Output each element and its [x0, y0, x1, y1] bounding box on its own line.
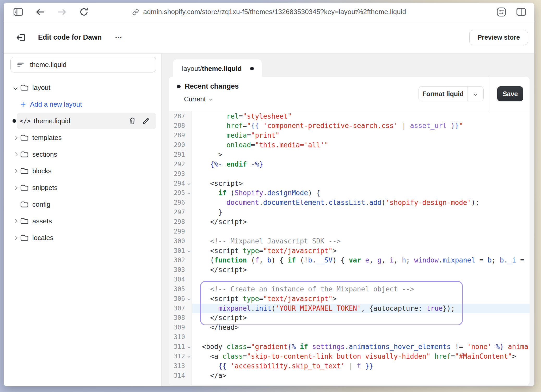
- code-line-291[interactable]: 291 >: [169, 150, 530, 160]
- line-number: 314: [169, 371, 185, 381]
- format-liquid-button[interactable]: Format liquid: [419, 86, 484, 101]
- file-filter-input[interactable]: theme.liquid: [10, 57, 156, 72]
- fold-chevron-icon[interactable]: [186, 342, 192, 352]
- code-line-306[interactable]: 306 <script type="text/javascript">: [169, 294, 530, 304]
- chevron-right-icon[interactable]: [13, 186, 17, 190]
- code-line-295[interactable]: 295 if (Shopify.designMode) {: [169, 188, 530, 198]
- sidebar-item-assets[interactable]: assets: [4, 213, 161, 229]
- header-divider: [489, 77, 489, 111]
- sidebar-item-blocks[interactable]: blocks: [4, 163, 161, 179]
- sidebar-item-theme-liquid[interactable]: </>theme.liquid: [4, 113, 161, 129]
- folder-label: blocks: [32, 167, 52, 175]
- code-line-309[interactable]: 309 </head>: [169, 323, 530, 332]
- fold-chevron-icon[interactable]: [186, 188, 192, 198]
- folder-label: assets: [32, 217, 52, 225]
- version-selector[interactable]: Current: [184, 95, 212, 103]
- code-line-313[interactable]: 313 {{ 'accessibility.skip_to_text' | t …: [169, 361, 530, 371]
- code-line-305[interactable]: 305 <!-- Create an instance of the Mixpa…: [169, 284, 530, 294]
- code-line-310[interactable]: 310: [169, 332, 530, 342]
- sidebar-item-templates[interactable]: templates: [4, 129, 161, 146]
- chevron-right-icon[interactable]: [13, 136, 17, 140]
- chevron-down-icon: [474, 92, 477, 96]
- code-line-289[interactable]: 289 media="print": [169, 131, 530, 140]
- sidebar-item-snippets[interactable]: snippets: [4, 179, 161, 196]
- line-number: 309: [169, 323, 185, 332]
- fold-chevron-icon[interactable]: [186, 246, 192, 256]
- line-number: 308: [169, 313, 185, 323]
- recent-changes-dot: [177, 85, 181, 88]
- editor-card: Recent changes Current Format liquid Sav…: [169, 77, 530, 385]
- selected-file-row[interactable]: </>theme.liquid: [17, 113, 156, 129]
- line-number: 298: [169, 217, 185, 227]
- code-line-297[interactable]: 297 }: [169, 207, 530, 217]
- code-text: <script type="text/javascript">: [192, 294, 530, 304]
- page-settings-icon[interactable]: [496, 7, 507, 17]
- code-line-292[interactable]: 292 {%- endif -%}: [169, 160, 530, 169]
- sidebar-item-sections[interactable]: sections: [4, 146, 161, 163]
- editor-main: layout/theme.liquid Recent changes Curre…: [162, 54, 534, 386]
- fold-chevron-icon[interactable]: [186, 294, 192, 304]
- line-number: 290: [169, 140, 185, 150]
- line-number: 292: [169, 160, 185, 169]
- file-filter-value: theme.liquid: [30, 61, 66, 69]
- split-view-icon[interactable]: [516, 7, 526, 17]
- line-number: 310: [169, 332, 185, 342]
- forward-icon[interactable]: [57, 7, 67, 17]
- code-line-299[interactable]: 299: [169, 227, 530, 236]
- sidebar-item-add-new-layout[interactable]: +Add a new layout: [4, 96, 161, 113]
- code-line-307[interactable]: 307 mixpanel.init('YOUR_MIXPANEL_TOKEN',…: [169, 304, 530, 313]
- code-line-314[interactable]: 314 </a>: [169, 371, 530, 381]
- address-bar[interactable]: admin.shopify.com/store/rzq1xu-f5/themes…: [132, 3, 406, 21]
- overflow-menu-icon[interactable]: •••: [114, 33, 124, 42]
- file-label: theme.liquid: [34, 117, 70, 125]
- sidebar-item-config[interactable]: config: [4, 196, 161, 213]
- code-line-303[interactable]: 303 </script>: [169, 265, 530, 275]
- code-text: document.documentElement.classList.add('…: [192, 198, 530, 207]
- browser-toolbar: admin.shopify.com/store/rzq1xu-f5/themes…: [4, 3, 534, 21]
- code-line-290[interactable]: 290 onload="this.media='all'": [169, 140, 530, 150]
- rename-file-icon[interactable]: [141, 116, 151, 126]
- code-line-296[interactable]: 296 document.documentElement.classList.a…: [169, 198, 530, 207]
- code-text: {{ 'accessibility.skip_to_text' | t }}: [192, 361, 530, 371]
- reload-icon[interactable]: [79, 7, 89, 17]
- sidebar-toggle-icon[interactable]: [13, 7, 23, 17]
- format-liquid-caret[interactable]: [467, 87, 483, 101]
- code-line-300[interactable]: 300 <!-- Mixpanel Javascript SDK -->: [169, 236, 530, 246]
- chevron-right-icon[interactable]: [13, 219, 17, 223]
- folder-icon: [20, 234, 29, 241]
- code-line-294[interactable]: 294 <script>: [169, 179, 530, 188]
- code-line-311[interactable]: 311<body class="gradient{% if settings.a…: [169, 342, 530, 352]
- code-line-312[interactable]: 312 <a class="skip-to-content-link butto…: [169, 352, 530, 361]
- chevron-right-icon[interactable]: [13, 169, 17, 173]
- fold-chevron-icon[interactable]: [186, 352, 192, 361]
- filter-icon: [16, 61, 25, 68]
- sidebar-item-layout[interactable]: layout: [4, 79, 161, 96]
- code-editor[interactable]: 286 <link287 rel="stylesheet"288 href="{…: [169, 111, 530, 385]
- sidebar-item-locales[interactable]: locales: [4, 229, 161, 246]
- code-line-293[interactable]: 293: [169, 169, 530, 179]
- line-number: 291: [169, 150, 185, 160]
- code-line-288[interactable]: 288 href="{{ 'component-predictive-searc…: [169, 121, 530, 131]
- fold-chevron-icon[interactable]: [186, 179, 192, 188]
- delete-file-icon[interactable]: [127, 116, 137, 126]
- format-liquid-label: Format liquid: [419, 90, 467, 98]
- code-line-301[interactable]: 301 <script type="text/javascript">: [169, 246, 530, 256]
- back-icon[interactable]: [35, 7, 45, 17]
- code-line-304[interactable]: 304: [169, 275, 530, 284]
- code-line-302[interactable]: 302 (function (f, b) { if (!b.__SV) { va…: [169, 255, 530, 265]
- chevron-right-icon[interactable]: [13, 152, 17, 156]
- chevron-down-icon[interactable]: [13, 85, 17, 90]
- line-number: 311: [169, 342, 185, 352]
- code-text: </script>: [192, 313, 530, 323]
- code-line-308[interactable]: 308 </script>: [169, 313, 530, 323]
- browser-window: admin.shopify.com/store/rzq1xu-f5/themes…: [4, 3, 534, 386]
- tab-theme-liquid[interactable]: layout/theme.liquid: [173, 59, 262, 78]
- chevron-right-icon[interactable]: [13, 236, 17, 240]
- preview-store-button[interactable]: Preview store: [469, 30, 528, 45]
- line-number: 304: [169, 275, 185, 284]
- code-line-287[interactable]: 287 rel="stylesheet": [169, 112, 530, 121]
- code-text: <!-- Mixpanel Javascript SDK -->: [192, 236, 530, 246]
- code-line-298[interactable]: 298 </script>: [169, 217, 530, 227]
- save-button[interactable]: Save: [497, 86, 523, 101]
- exit-icon[interactable]: [16, 32, 26, 43]
